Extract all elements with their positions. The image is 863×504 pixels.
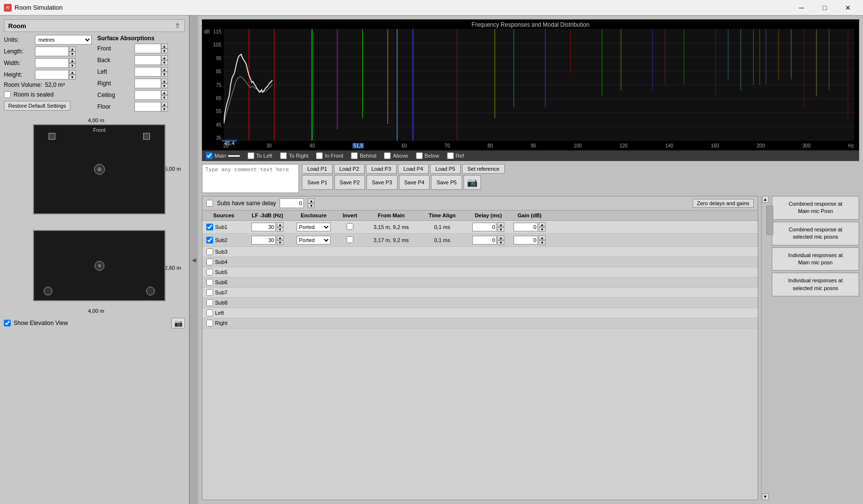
- ceiling-absorption-input[interactable]: 0,15: [134, 90, 161, 100]
- close-button[interactable]: ✕: [837, 0, 859, 16]
- scroll-down-button[interactable]: ▼: [762, 493, 769, 500]
- sub1-delay-up[interactable]: ▲: [498, 222, 504, 227]
- front-absorption-input[interactable]: 0,15: [134, 44, 161, 53]
- sub1-enclosure-select[interactable]: PortedSealed: [297, 223, 331, 231]
- sub6-checkbox[interactable]: [206, 279, 213, 286]
- sub1-gain-input[interactable]: [514, 223, 538, 231]
- floorplan-camera-button[interactable]: 📷: [171, 318, 185, 328]
- set-reference-button[interactable]: Set reference: [462, 164, 505, 174]
- length-input[interactable]: 5,00 m: [35, 47, 69, 56]
- sub1-gain-down[interactable]: ▼: [539, 227, 546, 232]
- sub2-lf-down[interactable]: ▼: [277, 240, 283, 245]
- comment-textarea[interactable]: [202, 164, 299, 193]
- legend-below-checkbox[interactable]: [416, 152, 423, 159]
- sub5-checkbox[interactable]: [206, 269, 213, 276]
- sub7-checkbox[interactable]: [206, 289, 213, 296]
- sub2-gain-up[interactable]: ▲: [539, 235, 546, 240]
- save-p5-button[interactable]: Save P5: [431, 175, 462, 190]
- height-down[interactable]: ▼: [69, 75, 76, 80]
- sub2-enclosure-select[interactable]: PortedSealed: [297, 236, 331, 244]
- sub2-checkbox[interactable]: [206, 237, 213, 244]
- right-up[interactable]: ▲: [161, 79, 168, 83]
- legend-toright-checkbox[interactable]: [280, 152, 287, 159]
- save-p2-button[interactable]: Save P2: [334, 175, 365, 190]
- subs-delay-up[interactable]: ▲: [308, 198, 315, 203]
- sub1-checkbox[interactable]: [206, 224, 213, 230]
- subs-same-delay-checkbox[interactable]: [206, 200, 213, 207]
- sub1-lf3db-input[interactable]: [251, 223, 276, 231]
- back-down[interactable]: ▼: [161, 60, 168, 65]
- left-absorption-input[interactable]: 0,15: [134, 67, 161, 77]
- width-input[interactable]: 4,00 m: [35, 58, 69, 68]
- legend-above-checkbox[interactable]: [384, 152, 391, 159]
- legend-infront-checkbox[interactable]: [316, 152, 323, 159]
- chart-container[interactable]: Frequency Responses and Modal Distributi…: [202, 19, 859, 150]
- room-sealed-checkbox[interactable]: [4, 91, 11, 98]
- scroll-thumb[interactable]: [766, 206, 773, 235]
- load-p3-button[interactable]: Load P3: [366, 164, 397, 174]
- maximize-button[interactable]: □: [813, 0, 836, 16]
- right-absorption-input[interactable]: 0,15: [134, 79, 161, 88]
- scroll-panel-arrow[interactable]: ◀: [189, 16, 198, 504]
- floor-up[interactable]: ▲: [161, 102, 168, 107]
- front-up[interactable]: ▲: [161, 44, 168, 49]
- legend-ref-checkbox[interactable]: [447, 152, 454, 159]
- sub2-lf3db-input[interactable]: [251, 236, 276, 244]
- sub2-lf-up[interactable]: ▲: [277, 235, 283, 240]
- sub2-gain-down[interactable]: ▼: [539, 240, 546, 245]
- sub2-delay-input[interactable]: [472, 236, 497, 244]
- left-down[interactable]: ▼: [161, 72, 168, 77]
- height-up[interactable]: ▲: [69, 70, 76, 75]
- combined-response-main-button[interactable]: Combined response atMain mic Posn: [772, 196, 859, 220]
- floor-down[interactable]: ▼: [161, 107, 168, 112]
- chart-plot[interactable]: [224, 29, 854, 141]
- units-select[interactable]: metres: [35, 35, 92, 45]
- sub1-delay-down[interactable]: ▼: [498, 227, 504, 232]
- zero-delays-button[interactable]: Zero delays and gains: [693, 199, 754, 208]
- save-p1-button[interactable]: Save P1: [302, 175, 333, 190]
- sub2-invert-checkbox[interactable]: [347, 236, 353, 243]
- sub1-lf-up[interactable]: ▲: [277, 222, 283, 227]
- restore-defaults-button[interactable]: Restore Default Settings: [4, 101, 70, 111]
- legend-behind-checkbox[interactable]: [351, 152, 358, 159]
- sub2-delay-down[interactable]: ▼: [498, 240, 504, 245]
- sub1-lf-down[interactable]: ▼: [277, 227, 283, 232]
- legend-main-checkbox[interactable]: [206, 152, 213, 159]
- sub1-gain-up[interactable]: ▲: [539, 222, 546, 227]
- left-channel-checkbox[interactable]: [206, 309, 213, 316]
- height-input[interactable]: 2,60 m: [35, 70, 69, 80]
- width-down[interactable]: ▼: [69, 63, 76, 68]
- show-elevation-checkbox[interactable]: [4, 320, 11, 326]
- sub2-delay-up[interactable]: ▲: [498, 235, 504, 240]
- combined-response-selected-button[interactable]: Combined response atselected mic posns: [772, 222, 859, 245]
- load-p2-button[interactable]: Load P2: [334, 164, 365, 174]
- save-p3-button[interactable]: Save P3: [366, 175, 398, 190]
- individual-responses-selected-button[interactable]: Individual responses atselected mic posn…: [772, 273, 859, 296]
- sub1-invert-checkbox[interactable]: [347, 223, 353, 230]
- right-channel-checkbox[interactable]: [206, 320, 213, 326]
- left-up[interactable]: ▲: [161, 67, 168, 72]
- subs-delay-input[interactable]: [280, 198, 304, 208]
- ceiling-up[interactable]: ▲: [161, 90, 168, 95]
- back-up[interactable]: ▲: [161, 55, 168, 60]
- floor-absorption-input[interactable]: 0,15: [134, 102, 161, 112]
- sub2-gain-input[interactable]: [514, 236, 538, 244]
- legend-toleft-checkbox[interactable]: [248, 152, 254, 159]
- sub1-delay-input[interactable]: [472, 223, 497, 231]
- right-down[interactable]: ▼: [161, 83, 168, 88]
- sub8-checkbox[interactable]: [206, 299, 213, 306]
- load-p5-button[interactable]: Load P5: [430, 164, 461, 174]
- subs-delay-down[interactable]: ▼: [308, 203, 315, 208]
- front-down[interactable]: ▼: [161, 49, 168, 53]
- save-p4-button[interactable]: Save P4: [399, 175, 430, 190]
- sub3-checkbox[interactable]: [206, 248, 213, 255]
- width-up[interactable]: ▲: [69, 58, 76, 63]
- individual-responses-main-button[interactable]: Individual responses atMain mic posn: [772, 247, 859, 271]
- load-p4-button[interactable]: Load P4: [398, 164, 429, 174]
- length-up[interactable]: ▲: [69, 47, 76, 51]
- back-absorption-input[interactable]: 0,15: [134, 55, 161, 65]
- snapshot-camera-button[interactable]: 📷: [464, 175, 481, 190]
- length-down[interactable]: ▼: [69, 51, 76, 56]
- scroll-up-button[interactable]: ▲: [762, 196, 769, 203]
- sub4-checkbox[interactable]: [206, 259, 213, 265]
